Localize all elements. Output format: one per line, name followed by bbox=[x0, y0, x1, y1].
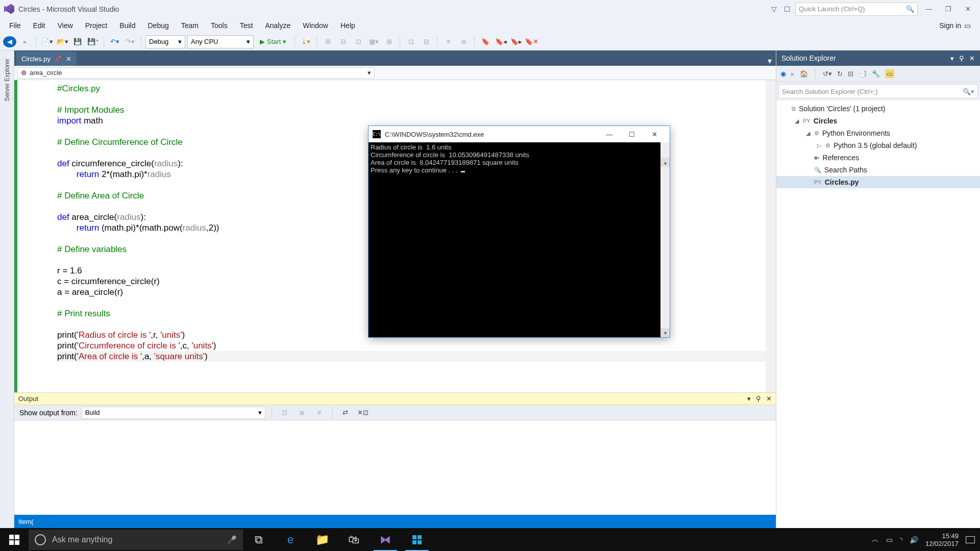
save-all-button[interactable]: 💾⁺ bbox=[86, 35, 100, 48]
se-preview-icon[interactable]: ▭ bbox=[885, 69, 894, 78]
taskbar-app-visualstudio[interactable]: ⧓ bbox=[370, 528, 401, 551]
se-showall-icon[interactable]: 📑 bbox=[859, 70, 867, 78]
cmd-scroll-down[interactable]: ▾ bbox=[660, 328, 670, 337]
menu-test[interactable]: Test bbox=[234, 18, 259, 33]
se-refresh-icon[interactable]: ↻ bbox=[837, 70, 843, 78]
code-line[interactable]: import math bbox=[57, 115, 766, 126]
se-properties-icon[interactable]: 🔧 bbox=[872, 70, 880, 78]
output-close-icon[interactable]: ✕ bbox=[766, 395, 772, 403]
notifications-filter-icon[interactable]: ▽ bbox=[769, 4, 779, 14]
member-dropdown[interactable]: ⬣area_circle ▾ bbox=[17, 67, 375, 79]
action-center-icon[interactable] bbox=[966, 536, 975, 543]
toolbar-btn-3[interactable]: ⊡ bbox=[352, 35, 365, 48]
nav-back-button[interactable]: ◀ bbox=[3, 36, 16, 47]
toolbar-btn-7[interactable]: ⊟ bbox=[420, 35, 433, 48]
se-node[interactable]: ◢PYCircles bbox=[776, 115, 980, 127]
menu-help[interactable]: Help bbox=[334, 18, 361, 33]
cmd-minimize-button[interactable]: ― bbox=[598, 127, 621, 142]
menu-team[interactable]: Team bbox=[175, 18, 205, 33]
prev-bookmark-button[interactable]: 🔖◂ bbox=[494, 35, 507, 48]
cmd-scrollbar[interactable]: ▴ ▾ bbox=[660, 142, 670, 337]
toolbar-btn-1[interactable]: ⊞ bbox=[321, 35, 334, 48]
solution-explorer-search[interactable]: Search Solution Explorer (Ctrl+;) 🔍▾ bbox=[778, 84, 978, 98]
start-menu-button[interactable] bbox=[0, 528, 29, 551]
microphone-icon[interactable]: 🎤 bbox=[227, 535, 237, 544]
se-node[interactable]: PYCircles.py bbox=[776, 176, 980, 188]
se-pin-icon[interactable]: ⚲ bbox=[959, 55, 964, 62]
cmd-maximize-button[interactable]: ☐ bbox=[621, 127, 643, 142]
feedback-icon[interactable]: ☐ bbox=[782, 4, 792, 14]
taskbar-app-edge[interactable]: e bbox=[275, 528, 306, 551]
start-button[interactable]: ▶Start ▾ bbox=[256, 35, 290, 48]
open-button[interactable]: 📂▾ bbox=[56, 35, 69, 48]
toolbar-btn-8[interactable]: ≡ bbox=[442, 35, 455, 48]
code-line[interactable] bbox=[57, 94, 766, 105]
cmd-scroll-up[interactable]: ▴ bbox=[660, 158, 670, 167]
code-line[interactable]: #Circles.py bbox=[57, 83, 766, 94]
taskbar-app-store[interactable]: 🛍 bbox=[338, 528, 370, 551]
menu-project[interactable]: Project bbox=[79, 18, 114, 33]
bookmark-button[interactable]: 🔖 bbox=[479, 35, 492, 48]
cmd-close-button[interactable]: ✕ bbox=[643, 127, 666, 142]
menu-edit[interactable]: Edit bbox=[27, 18, 52, 33]
taskbar-app-cmd[interactable] bbox=[401, 528, 433, 551]
pin-icon[interactable]: 📌 bbox=[55, 56, 62, 62]
se-node[interactable]: ◢⚙Python Environments bbox=[776, 127, 980, 139]
menu-debug[interactable]: Debug bbox=[142, 18, 175, 33]
editor-scrollbar[interactable] bbox=[766, 80, 776, 392]
toolbar-btn-4[interactable]: ▦▾ bbox=[367, 35, 380, 48]
restore-button[interactable]: ❐ bbox=[940, 3, 957, 16]
next-bookmark-button[interactable]: 🔖▸ bbox=[509, 35, 523, 48]
menu-analyze[interactable]: Analyze bbox=[259, 18, 297, 33]
solution-explorer-tree[interactable]: ⧉Solution 'Circles' (1 project)◢PYCircle… bbox=[776, 101, 980, 528]
menu-window[interactable]: Window bbox=[297, 18, 334, 33]
code-line[interactable]: print('Circumference of circle is ',c, '… bbox=[57, 340, 766, 351]
task-view-button[interactable]: ⧉ bbox=[243, 528, 275, 551]
output-wrap-button[interactable]: ⇄ bbox=[339, 406, 352, 419]
code-line[interactable]: # Import Modules bbox=[57, 105, 766, 115]
cmd-titlebar[interactable]: C:\ C:\WINDOWS\system32\cmd.exe ― ☐ ✕ bbox=[369, 126, 670, 142]
se-sync-icon[interactable]: ↺▾ bbox=[823, 70, 832, 78]
solution-platform-dropdown[interactable]: Any CPU▾ bbox=[187, 35, 254, 48]
output-btn-1[interactable]: ⊡ bbox=[278, 406, 291, 419]
taskbar-app-explorer[interactable]: 📁 bbox=[306, 528, 338, 551]
toolbar-btn-9[interactable]: ≣ bbox=[457, 35, 470, 48]
quick-launch-input[interactable]: Quick Launch (Ctrl+Q) 🔍 bbox=[795, 3, 918, 16]
output-dropdown-icon[interactable]: ▾ bbox=[747, 395, 751, 403]
toolbar-btn-5[interactable]: ⊞ bbox=[382, 35, 396, 48]
output-btn-3[interactable]: ≡ bbox=[313, 406, 326, 419]
se-fwd-icon[interactable]: ▸ bbox=[791, 70, 795, 78]
se-node[interactable]: 🔍Search Paths bbox=[776, 164, 980, 176]
solution-config-dropdown[interactable]: Debug▾ bbox=[145, 35, 185, 48]
menu-view[interactable]: View bbox=[52, 18, 79, 33]
output-pin-icon[interactable]: ⚲ bbox=[756, 395, 761, 403]
save-button[interactable]: 💾 bbox=[71, 35, 84, 48]
se-node[interactable]: ▷⚙Python 3.5 (global default) bbox=[776, 139, 980, 152]
tray-battery-icon[interactable]: ▭ bbox=[886, 536, 893, 544]
tab-well-dropdown[interactable]: ▾ bbox=[764, 56, 776, 66]
tray-chevron-icon[interactable]: ︿ bbox=[872, 535, 879, 544]
se-close-icon[interactable]: ✕ bbox=[969, 55, 975, 62]
close-button[interactable]: ✕ bbox=[960, 3, 976, 16]
tray-clock[interactable]: 15:49 12/02/2017 bbox=[925, 532, 959, 547]
toolbar-btn-6[interactable]: ⊡ bbox=[404, 35, 418, 48]
menu-build[interactable]: Build bbox=[113, 18, 141, 33]
sign-in-button[interactable]: Sign in ▭ bbox=[933, 18, 977, 33]
output-body[interactable] bbox=[14, 420, 776, 515]
code-line[interactable]: print('Area of circle is ',a, 'square un… bbox=[57, 351, 766, 362]
nav-forward-button[interactable]: ▸ bbox=[18, 35, 32, 48]
output-btn-2[interactable]: ≣ bbox=[296, 406, 309, 419]
se-collapse-icon[interactable]: ⊟ bbox=[848, 70, 853, 78]
se-node[interactable]: ⧉Solution 'Circles' (1 project) bbox=[776, 103, 980, 115]
se-back-icon[interactable]: ◉ bbox=[780, 70, 786, 78]
step-into-button[interactable]: ⤓▾ bbox=[299, 35, 312, 48]
toolbar-btn-2[interactable]: ⊟ bbox=[336, 35, 350, 48]
show-output-from-dropdown[interactable]: Build▾ bbox=[82, 407, 265, 419]
document-tab-circles[interactable]: Circles.py 📌 ✕ bbox=[16, 52, 77, 66]
server-explorer-tab[interactable]: Server Explorer bbox=[2, 54, 13, 106]
output-clear-button[interactable]: ✕⊡ bbox=[356, 406, 370, 419]
minimize-button[interactable]: ― bbox=[921, 3, 937, 16]
cmd-body[interactable]: Radius of circle is 1.6 units Circumfere… bbox=[369, 142, 670, 337]
clear-bookmarks-button[interactable]: 🔖✕ bbox=[525, 35, 538, 48]
redo-button[interactable]: ↷▾ bbox=[124, 35, 137, 48]
